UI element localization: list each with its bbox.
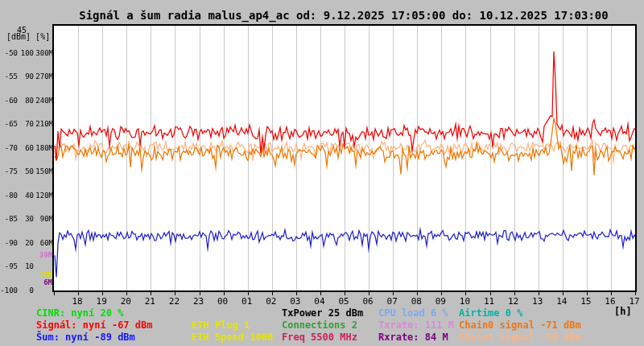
x-tick-label: 09 <box>430 296 451 307</box>
x-tick-label: 07 <box>382 296 402 307</box>
y-axis-extra-label: 39M <box>33 251 52 259</box>
y-tick-label: -85 <box>0 215 18 224</box>
y-axis-row: -50100300M <box>0 49 53 58</box>
chart-canvas <box>0 0 644 346</box>
y-tick-label: 70 <box>19 120 34 129</box>
y-tick-label: -65 <box>0 120 18 129</box>
x-tick-label: 11 <box>479 296 500 307</box>
y-tick-label: 50 <box>19 167 34 176</box>
y-axis-row: -853090M <box>0 215 53 224</box>
y-tick-label: 90 <box>19 72 34 81</box>
x-tick-label: 06 <box>357 296 378 307</box>
y-tick-label: 30 <box>19 215 34 224</box>
x-tick-label: 08 <box>406 296 427 307</box>
y-tick-label: 240M <box>35 97 53 105</box>
y-tick-label: -90 <box>0 239 18 248</box>
y-tick-label: 60M <box>35 239 53 248</box>
x-tick-label: 05 <box>333 296 354 307</box>
y-tick-label: 0 <box>19 286 34 295</box>
x-tick-label: 18 <box>67 296 88 307</box>
y-axis-row: -9510 <box>0 262 53 271</box>
y-axis-row: -1000 <box>0 286 53 295</box>
legend-rxrate: Rxrate: 84 M <box>378 332 448 343</box>
x-tick-label: 10 <box>454 296 475 307</box>
y-tick-label: 100 <box>19 49 34 58</box>
x-tick-label: 01 <box>237 296 258 307</box>
y-tick-label: -60 <box>0 97 18 105</box>
y-tick-label: 270M <box>35 72 53 81</box>
rrd-graph-page: Signál a šum radia malus_ap4_ac od: 9.12… <box>0 0 644 346</box>
legend-chain0: Chain0 signal -71 dBm <box>459 319 581 331</box>
x-tick-label: 02 <box>261 296 282 307</box>
y-tick-label: -95 <box>0 262 18 271</box>
legend-signal: Signál: nyní -67 dBm <box>36 319 153 331</box>
chart-title: Signál a šum radia malus_ap4_ac od: 9.12… <box>52 9 636 22</box>
y-tick-label: 180M <box>35 144 53 153</box>
legend-cpu-load: CPU load 6 % <box>378 307 448 319</box>
y-axis-row: -6570210M <box>0 120 53 129</box>
y-tick-label: 10 <box>19 262 34 271</box>
y-tick-label <box>35 262 53 271</box>
y-tick-label: -55 <box>0 72 18 81</box>
y-tick-label: 40 <box>19 192 34 200</box>
y-tick-label: 20 <box>19 239 34 248</box>
x-tick-label: 13 <box>527 296 548 307</box>
legend-airtime: Airtime 0 % <box>459 307 522 319</box>
y-tick-label: 210M <box>35 120 53 129</box>
x-tick-label: 00 <box>213 296 233 307</box>
y-tick-label: 300M <box>35 49 53 58</box>
y-tick-label: 90M <box>35 215 53 224</box>
legend-eth-plug: ETH Plug 1 <box>192 319 250 331</box>
y-axis-row: -5590270M <box>0 72 53 81</box>
y-axis-row: -902060M <box>0 239 53 248</box>
legend-txpower: TxPower 25 dBm <box>282 307 363 319</box>
legend-chain1: Chain1 signal -70 dBm <box>459 332 581 343</box>
x-tick-label: 12 <box>503 296 524 307</box>
x-tick-label: 20 <box>115 296 136 307</box>
legend-noise: Šum: nyní -89 dBm <box>36 332 135 343</box>
y-tick-label: -75 <box>0 167 18 176</box>
x-tick-label: 04 <box>309 296 330 307</box>
x-tick-label: 19 <box>91 296 112 307</box>
y-axis-top-tick-label: 45 <box>17 26 27 35</box>
y-tick-label: 120M <box>35 192 53 200</box>
y-tick-label <box>35 286 53 295</box>
x-tick-label: 21 <box>139 296 160 307</box>
y-axis-row: -7060180M <box>0 144 53 153</box>
y-tick-label: -70 <box>0 144 18 153</box>
legend-connections: Connections 2 <box>282 319 357 331</box>
y-axis-unit-label: [dBm] [%] <box>6 32 50 41</box>
y-tick-label: 60 <box>19 144 34 153</box>
legend-cinr: CINR: nyní 20 % <box>36 307 123 319</box>
legend-freq: Freq 5500 MHz <box>282 332 357 343</box>
x-tick-label: 22 <box>163 296 184 307</box>
y-axis-row: -8040120M <box>0 192 53 200</box>
y-axis-extra-label: 6M <box>33 278 52 286</box>
y-axis-row: -6080240M <box>0 97 53 105</box>
y-tick-label: -50 <box>0 49 18 58</box>
y-tick-label: -80 <box>0 192 18 200</box>
x-tick-label: 14 <box>551 296 572 307</box>
x-tick-label: 03 <box>285 296 306 307</box>
x-axis-unit-label: [h] <box>614 306 632 317</box>
y-tick-label: 80 <box>19 97 34 105</box>
legend-eth-speed: ETH Speed 1000 <box>192 332 273 343</box>
y-axis-row: -7550150M <box>0 167 53 176</box>
x-tick-label: 23 <box>188 296 209 307</box>
x-tick-label: 15 <box>576 296 597 307</box>
y-tick-label: 150M <box>35 167 53 176</box>
legend-txrate: Txrate: 111 M <box>378 319 454 331</box>
y-tick-label: -100 <box>0 286 18 295</box>
